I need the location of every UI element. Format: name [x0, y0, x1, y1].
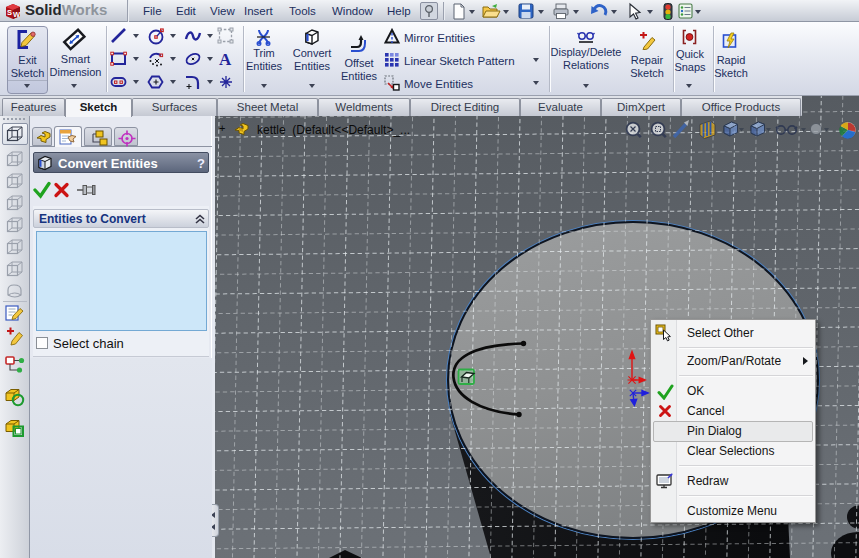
svg-text:A: A	[219, 50, 232, 68]
svg-text:S: S	[7, 8, 12, 17]
svg-text:W: W	[13, 10, 21, 19]
